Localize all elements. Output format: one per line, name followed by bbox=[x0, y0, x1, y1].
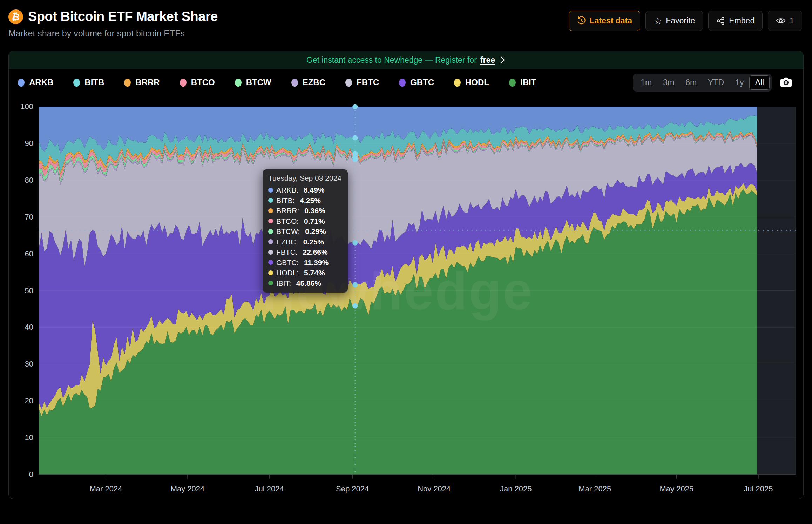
legend-dot bbox=[73, 79, 80, 87]
legend-label: GBTC bbox=[410, 78, 434, 87]
x-tick-label: Mar 2025 bbox=[578, 484, 611, 493]
legend-item-btcw[interactable]: BTCW bbox=[235, 78, 271, 87]
range-option-3m[interactable]: 3m bbox=[657, 75, 680, 90]
banner-text: Get instant access to Newhedge — Registe… bbox=[306, 55, 477, 65]
range-option-1y[interactable]: 1y bbox=[730, 75, 749, 90]
views-button[interactable]: 1 bbox=[768, 11, 802, 31]
y-tick-label: 90 bbox=[25, 139, 33, 148]
legend-label: ARKB bbox=[29, 78, 53, 87]
x-tick-label: Sep 2024 bbox=[336, 484, 369, 493]
camera-button[interactable] bbox=[778, 75, 794, 90]
x-tick-label: Jul 2025 bbox=[744, 484, 773, 493]
legend-dot bbox=[509, 79, 516, 87]
legend-dot bbox=[235, 79, 242, 87]
page-header: ₿ Spot Bitcoin ETF Market Share Market s… bbox=[0, 0, 812, 39]
legend-label: BRRR bbox=[135, 78, 160, 87]
crosshair-marker-ibit bbox=[352, 303, 358, 308]
eye-icon bbox=[776, 16, 786, 26]
legend-label: IBIT bbox=[520, 78, 536, 87]
y-tick-label: 70 bbox=[25, 213, 33, 221]
range-option-1m[interactable]: 1m bbox=[635, 75, 657, 90]
crosshair-marker-brrr bbox=[352, 151, 358, 156]
legend-dot bbox=[180, 79, 187, 87]
legend-dot bbox=[345, 79, 352, 87]
range-option-all[interactable]: All bbox=[749, 75, 770, 90]
legend-item-fbtc[interactable]: FBTC bbox=[345, 78, 379, 87]
y-tick-label: 0 bbox=[29, 470, 33, 479]
x-tick-label: Jul 2024 bbox=[255, 484, 284, 493]
legend-label: BITB bbox=[84, 78, 104, 87]
x-tick-label: Jan 2025 bbox=[500, 484, 532, 493]
chart-controls: ARKBBITBBRRRBTCOBTCWEZBCFBTCGBTCHODLIBIT… bbox=[9, 69, 803, 96]
stacked-area-chart[interactable]: newhedge0102030405060708090100Mar 2024Ma… bbox=[9, 96, 803, 499]
watermark: newhedge bbox=[262, 261, 534, 321]
legend-item-gbtc[interactable]: GBTC bbox=[399, 78, 434, 87]
legend-dot bbox=[291, 79, 298, 87]
star-icon: ☆ bbox=[654, 16, 662, 26]
favorite-button[interactable]: ☆ Favorite bbox=[645, 11, 703, 31]
legend-item-arkb[interactable]: ARKB bbox=[18, 78, 53, 87]
crosshair-marker-bitb bbox=[352, 135, 358, 141]
legend-item-btco[interactable]: BTCO bbox=[180, 78, 215, 87]
x-tick-label: May 2025 bbox=[660, 484, 693, 493]
legend-dot bbox=[124, 79, 131, 87]
crosshair-marker-gbtc bbox=[352, 240, 358, 246]
y-tick-label: 50 bbox=[25, 286, 33, 295]
x-tick-label: Mar 2024 bbox=[90, 484, 122, 493]
chevron-right-icon bbox=[499, 56, 506, 64]
crosshair-marker-hodl bbox=[352, 282, 358, 287]
y-tick-label: 60 bbox=[25, 249, 33, 258]
camera-icon bbox=[779, 76, 793, 88]
y-tick-label: 40 bbox=[25, 323, 33, 331]
y-tick-label: 30 bbox=[25, 360, 33, 368]
legend: ARKBBITBBRRRBTCOBTCWEZBCFBTCGBTCHODLIBIT bbox=[18, 78, 536, 87]
crosshair-marker-arkb bbox=[352, 104, 358, 109]
legend-dot bbox=[454, 79, 461, 87]
range-option-6m[interactable]: 6m bbox=[680, 75, 702, 90]
y-tick-label: 10 bbox=[25, 433, 33, 442]
page-title: Spot Bitcoin ETF Market Share bbox=[28, 9, 218, 24]
chart-card: Get instant access to Newhedge — Registe… bbox=[8, 51, 804, 499]
embed-button[interactable]: Embed bbox=[708, 11, 763, 31]
range-selector: 1m3m6mYTD1yAll bbox=[633, 74, 772, 92]
bitcoin-icon: ₿ bbox=[7, 8, 24, 25]
range-option-ytd[interactable]: YTD bbox=[702, 75, 730, 90]
page: { "header": { "title": "Spot Bitcoin ETF… bbox=[0, 0, 812, 524]
legend-label: BTCO bbox=[191, 78, 215, 87]
y-tick-label: 80 bbox=[25, 176, 33, 184]
legend-label: HODL bbox=[465, 78, 489, 87]
legend-item-hodl[interactable]: HODL bbox=[454, 78, 489, 87]
chart-area[interactable]: newhedge0102030405060708090100Mar 2024Ma… bbox=[9, 96, 803, 499]
legend-label: FBTC bbox=[357, 78, 379, 87]
range-controls: 1m3m6mYTD1yAll bbox=[633, 74, 794, 92]
clock-history-icon bbox=[577, 16, 586, 25]
legend-item-ezbc[interactable]: EZBC bbox=[291, 78, 325, 87]
legend-item-brrr[interactable]: BRRR bbox=[124, 78, 160, 87]
y-tick-label: 100 bbox=[20, 102, 33, 111]
latest-data-button[interactable]: Latest data bbox=[569, 11, 640, 31]
legend-label: BTCW bbox=[246, 78, 271, 87]
promo-banner[interactable]: Get instant access to Newhedge — Registe… bbox=[9, 51, 803, 69]
x-tick-label: May 2024 bbox=[171, 484, 204, 493]
legend-dot bbox=[18, 79, 25, 87]
share-icon bbox=[716, 16, 725, 25]
legend-item-ibit[interactable]: IBIT bbox=[509, 78, 536, 87]
register-free-link[interactable]: free bbox=[480, 55, 495, 65]
page-subtitle: Market share by volume for spot bitcoin … bbox=[8, 28, 218, 39]
legend-label: EZBC bbox=[303, 78, 325, 87]
views-count: 1 bbox=[790, 16, 794, 26]
legend-dot bbox=[399, 79, 406, 87]
header-actions: Latest data ☆ Favorite Embed 1 bbox=[563, 11, 802, 31]
legend-item-bitb[interactable]: BITB bbox=[73, 78, 104, 87]
title-block: ₿ Spot Bitcoin ETF Market Share Market s… bbox=[8, 9, 218, 39]
x-tick-label: Nov 2024 bbox=[418, 484, 451, 493]
y-tick-label: 20 bbox=[25, 396, 33, 405]
